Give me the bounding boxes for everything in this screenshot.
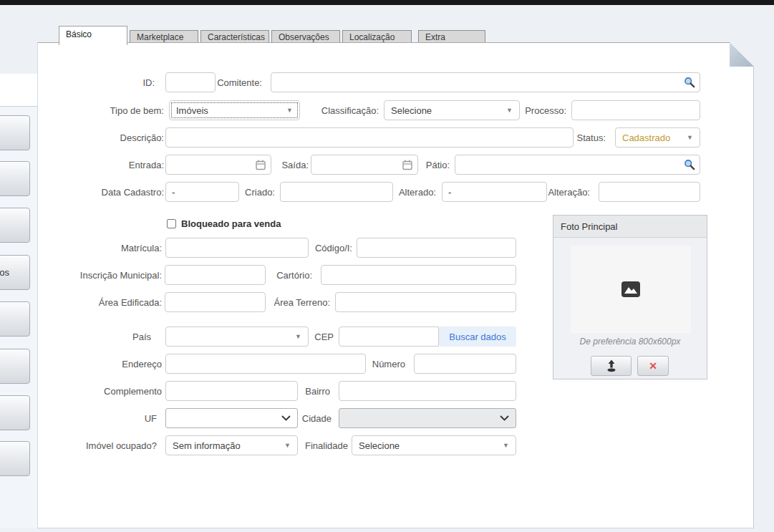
remove-photo-button[interactable]: ✕ [637,356,669,376]
left-panel-top [0,74,38,106]
alteracao-label: Alteração: [525,187,590,198]
patio-field [455,155,700,175]
imovel-ocupado-select[interactable]: Sem informação ▼ [165,435,298,455]
finalidade-value: Selecione [359,440,400,451]
foto-principal-panel: Foto Principal De preferência 800x600px … [553,215,707,379]
alteracao-input[interactable] [599,182,700,202]
close-icon: ✕ [649,360,657,372]
comitente-field [271,72,700,92]
search-icon[interactable] [684,77,695,88]
sidebar-button[interactable] [0,349,30,384]
sidebar-button[interactable] [0,115,30,150]
sidebar-button[interactable] [0,395,30,430]
inscricao-municipal-label: Inscrição Municipal: [38,270,162,281]
chevron-down-icon [500,415,509,421]
descricao-input[interactable] [165,127,574,147]
sidebar-button[interactable] [0,441,30,476]
processo-input[interactable] [571,100,700,120]
classificacao-label: Classificação: [303,105,379,116]
foto-principal-title: Foto Principal [553,216,707,238]
criado-label: Criado: [210,187,275,198]
bloqueado-label: Bloqueado para venda [181,218,281,229]
pais-select[interactable]: ▼ [165,327,309,347]
sidebar-button[interactable] [0,301,30,337]
endereco-input[interactable] [165,354,366,374]
finalidade-select[interactable]: Selecione ▼ [352,435,516,455]
dropdown-arrow-icon: ▼ [503,442,509,449]
tipo-de-bem-value: Imóveis [176,105,208,116]
imovel-ocupado-value: Sem informação [173,440,241,451]
numero-label: Número [346,359,405,369]
finalidade-label: Finalidade [289,440,348,451]
status-value: Cadastrado [622,132,670,143]
cidade-select[interactable] [339,408,516,428]
entrada-label: Entrada: [38,160,164,170]
photo-hint: De preferência 800x600px [553,337,707,347]
data-cadastro-label: Data Cadastro: [38,187,164,198]
area-terreno-label: Área Terreno: [260,297,330,308]
uf-label: UF [38,413,157,424]
area-terreno-input[interactable] [335,292,516,312]
imovel-ocupado-label: Imóvel ocupado? [38,440,157,451]
cartorio-label: Cartório: [246,270,312,281]
tab-basico[interactable]: Básico [59,26,127,45]
patio-input[interactable] [455,155,700,175]
complemento-label: Complemento [38,386,162,397]
alterado-label: Alterado: [367,187,436,198]
endereco-label: Endereço [38,359,162,369]
upload-photo-button[interactable] [591,356,632,376]
sidebar-button[interactable] [0,161,30,196]
cidade-label: Cidade [274,413,332,424]
area-edificada-label: Área Edificada: [38,297,162,308]
left-sidebar-panel: os [0,106,38,528]
id-label: ID: [38,77,155,88]
processo-label: Processo: [496,105,566,116]
photo-placeholder[interactable] [571,246,691,333]
upload-icon [604,359,619,372]
sidebar-button[interactable] [0,208,30,243]
comitente-label: Comitente: [181,77,262,88]
cep-input[interactable] [339,327,439,347]
bloqueado-checkbox[interactable] [167,219,176,228]
image-icon [621,281,641,298]
patio-label: Pátio: [389,160,450,170]
sidebar-button-label: os [0,267,9,278]
top-bar [0,0,774,5]
screen: os Básico Marketplace Características Ob… [0,0,774,532]
tipo-de-bem-label: Tipo de bem: [38,105,164,116]
matricula-input[interactable] [165,238,309,258]
status-select[interactable]: Cadastrado ▼ [615,127,700,147]
bairro-input[interactable] [339,381,516,401]
area-edificada-input[interactable] [165,292,266,312]
pais-label: País [38,332,151,342]
classificacao-value: Selecione [391,105,432,116]
comitente-input[interactable] [271,72,700,92]
cartorio-input[interactable] [321,265,516,285]
dropdown-arrow-icon: ▼ [687,134,693,141]
cep-label: CEP [289,332,334,342]
saida-label: Saída: [246,160,309,170]
descricao-label: Descrição: [38,132,164,143]
sidebar-button[interactable]: os [0,255,30,290]
dropdown-arrow-icon: ▼ [286,107,293,114]
matricula-label: Matrícula: [38,243,162,253]
buscar-dados-button[interactable]: Buscar dados [439,327,516,347]
codigo-input[interactable] [357,238,516,258]
status-label: Status: [539,132,606,143]
content-panel: ID: Comitente: Tipo de bem: Imóveis ▼ Cl… [37,42,754,528]
numero-input[interactable] [414,354,516,374]
bairro-label: Bairro [274,386,330,397]
tipo-de-bem-select[interactable]: Imóveis ▼ [169,100,300,120]
search-icon[interactable] [684,159,695,170]
codigo-label: Código/I: [289,243,352,253]
